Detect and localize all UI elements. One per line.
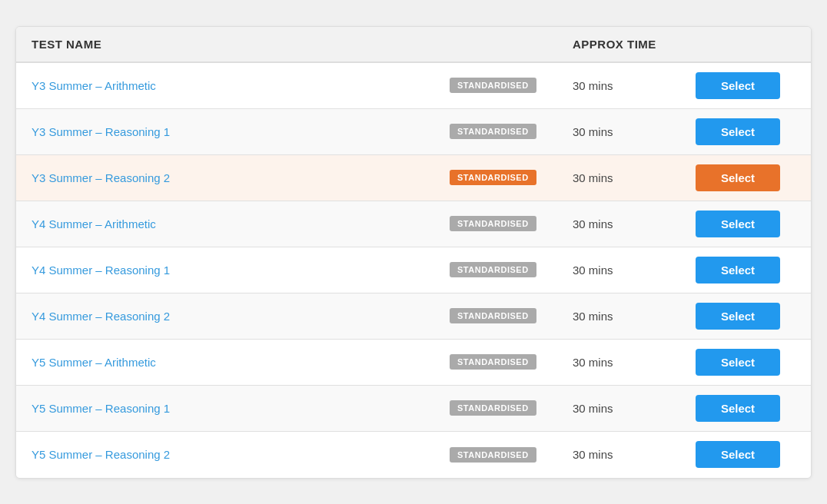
badge-cell: STANDARDISED	[450, 308, 573, 323]
table-row: Y4 Summer – Reasoning 2STANDARDISED30 mi…	[16, 293, 811, 340]
test-name-link[interactable]: Y3 Summer – Arithmetic	[32, 79, 450, 92]
action-cell: Select	[696, 118, 795, 145]
approx-time: 30 mins	[573, 356, 696, 369]
badge-cell: STANDARDISED	[450, 262, 573, 277]
badge-cell: STANDARDISED	[450, 78, 573, 93]
test-name-link[interactable]: Y4 Summer – Reasoning 1	[32, 264, 450, 277]
table-body: Y3 Summer – ArithmeticSTANDARDISED30 min…	[16, 63, 811, 478]
test-name-link[interactable]: Y3 Summer – Reasoning 2	[32, 171, 450, 184]
select-button[interactable]: Select	[696, 395, 780, 422]
standardised-badge: STANDARDISED	[450, 354, 536, 370]
standardised-badge: STANDARDISED	[450, 447, 536, 463]
standardised-badge: STANDARDISED	[450, 78, 536, 93]
table-row: Y3 Summer – Reasoning 2STANDARDISED30 mi…	[16, 155, 811, 201]
select-button[interactable]: Select	[696, 211, 780, 237]
table-row: Y3 Summer – Reasoning 1STANDARDISED30 mi…	[16, 109, 811, 155]
select-button[interactable]: Select	[696, 303, 780, 330]
col-header-approx-time: APPROX TIME	[573, 38, 696, 51]
standardised-badge: STANDARDISED	[450, 124, 536, 139]
standardised-badge: STANDARDISED	[450, 400, 536, 416]
action-cell: Select	[696, 441, 795, 468]
test-name-link[interactable]: Y5 Summer – Reasoning 2	[32, 448, 450, 461]
standardised-badge: STANDARDISED	[450, 216, 536, 231]
select-button[interactable]: Select	[696, 349, 780, 376]
test-name-link[interactable]: Y4 Summer – Reasoning 2	[32, 310, 450, 323]
select-button[interactable]: Select	[696, 164, 780, 191]
action-cell: Select	[696, 164, 795, 191]
col-header-test-name: TEST NAME	[32, 38, 573, 51]
select-button[interactable]: Select	[696, 441, 780, 468]
table-row: Y4 Summer – Reasoning 1STANDARDISED30 mi…	[16, 247, 811, 293]
table-header: TEST NAME APPROX TIME	[16, 27, 811, 63]
badge-cell: STANDARDISED	[450, 400, 573, 416]
approx-time: 30 mins	[573, 310, 696, 323]
table-row: Y5 Summer – Reasoning 2STANDARDISED30 mi…	[16, 432, 811, 478]
standardised-badge: STANDARDISED	[450, 170, 536, 185]
test-selection-table: TEST NAME APPROX TIME Y3 Summer – Arithm…	[15, 26, 812, 479]
standardised-badge: STANDARDISED	[450, 262, 536, 277]
select-button[interactable]: Select	[696, 257, 780, 284]
table-row: Y5 Summer – ArithmeticSTANDARDISED30 min…	[16, 340, 811, 386]
table-row: Y3 Summer – ArithmeticSTANDARDISED30 min…	[16, 63, 811, 109]
approx-time: 30 mins	[573, 79, 696, 92]
approx-time: 30 mins	[573, 171, 696, 184]
table-row: Y5 Summer – Reasoning 1STANDARDISED30 mi…	[16, 386, 811, 432]
badge-cell: STANDARDISED	[450, 354, 573, 370]
badge-cell: STANDARDISED	[450, 216, 573, 231]
action-cell: Select	[696, 349, 795, 376]
action-cell: Select	[696, 257, 795, 284]
approx-time: 30 mins	[573, 264, 696, 277]
select-button[interactable]: Select	[696, 72, 780, 99]
action-cell: Select	[696, 303, 795, 330]
test-name-link[interactable]: Y5 Summer – Reasoning 1	[32, 402, 450, 415]
test-name-link[interactable]: Y4 Summer – Arithmetic	[32, 217, 450, 230]
approx-time: 30 mins	[573, 217, 696, 230]
test-name-link[interactable]: Y3 Summer – Reasoning 1	[32, 125, 450, 138]
approx-time: 30 mins	[573, 448, 696, 461]
action-cell: Select	[696, 211, 795, 237]
approx-time: 30 mins	[573, 402, 696, 415]
badge-cell: STANDARDISED	[450, 447, 573, 463]
action-cell: Select	[696, 395, 795, 422]
approx-time: 30 mins	[573, 125, 696, 138]
badge-cell: STANDARDISED	[450, 124, 573, 139]
test-name-link[interactable]: Y5 Summer – Arithmetic	[32, 356, 450, 369]
table-row: Y4 Summer – ArithmeticSTANDARDISED30 min…	[16, 201, 811, 247]
action-cell: Select	[696, 72, 795, 99]
standardised-badge: STANDARDISED	[450, 308, 536, 323]
badge-cell: STANDARDISED	[450, 170, 573, 185]
select-button[interactable]: Select	[696, 118, 780, 145]
